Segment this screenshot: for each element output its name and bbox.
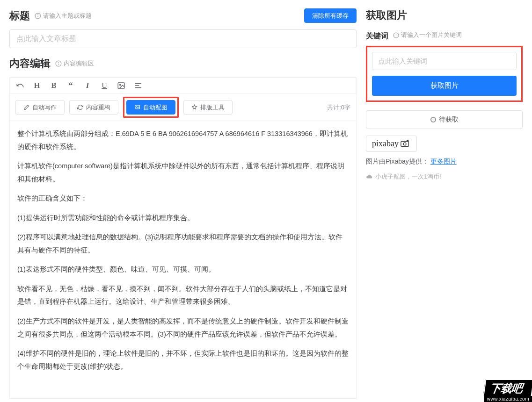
article-title-input[interactable] xyxy=(9,29,357,48)
fetch-image-title: 获取图片 xyxy=(366,8,523,22)
content-editor-hint: 内容编辑区 xyxy=(55,59,94,68)
pencil-icon xyxy=(23,104,29,110)
auto-image-button[interactable]: 自动配图 xyxy=(126,100,175,115)
editor-paragraph: (1)表达形式不同的硬件类型、颜色、味道、可见、可摸、可闻。 xyxy=(17,263,349,276)
auto-write-button[interactable]: 自动写作 xyxy=(15,100,65,115)
title-section-header: 标题 请输入主题或标题 清除所有缓存 xyxy=(9,8,357,23)
editor-paragraph: (2)程序可以满意地处理信息的数据结构。(3)说明程序功能要求和程序需要的文档的… xyxy=(17,231,349,257)
keyword-label: 关键词 xyxy=(366,31,388,41)
pending-button[interactable]: 待获取 xyxy=(366,110,523,129)
align-icon[interactable] xyxy=(134,81,142,90)
bold-icon[interactable]: B xyxy=(50,81,58,90)
underline-icon[interactable]: U xyxy=(100,81,109,90)
title-label: 标题 xyxy=(9,9,30,23)
circle-icon xyxy=(430,117,436,122)
sidebar: 获取图片 关键词 请输入一个图片关键词 获取图片 待获取 pixabay 图片由… xyxy=(366,0,532,402)
action-toolbar: 自动写作 内容重构 自动配图 排版工具 共计:0字 xyxy=(10,94,356,121)
info-icon xyxy=(35,13,41,19)
italic-icon[interactable]: I xyxy=(83,81,92,90)
content-editor-label: 内容编辑 xyxy=(9,57,51,71)
svg-point-2 xyxy=(38,14,38,15)
quote-icon[interactable]: “ xyxy=(66,81,75,90)
editor-box: H B “ I U 自动写作 内容重构 xyxy=(9,77,357,399)
editor-paragraph: 计算机软件(computer software)是指计算机系统中除硬件以外的所有… xyxy=(17,160,349,186)
editor-paragraph: 软件看不见，无色，枯燥，看不见，摸不到，闻不到。软件大部分存在于人们的头脑或纸上… xyxy=(17,283,349,309)
svg-rect-17 xyxy=(407,141,408,142)
camera-icon xyxy=(401,140,411,147)
editor-paragraph: (1)提供运行时所需功能和性能的命令或计算机程序集合。 xyxy=(17,212,349,225)
clear-cache-button[interactable]: 清除所有缓存 xyxy=(304,8,357,23)
editor-content[interactable]: 整个计算机系统由两部分组成：E.69DA 5 E 6 BA 9062616964… xyxy=(10,121,356,398)
svg-point-5 xyxy=(58,62,59,63)
svg-point-7 xyxy=(120,84,121,85)
pixabay-logo: pixabay xyxy=(366,136,417,152)
refresh-icon xyxy=(77,104,83,110)
auto-image-highlight: 自动配图 xyxy=(123,97,179,118)
title-hint: 请输入主题或标题 xyxy=(35,12,92,20)
cloud-icon xyxy=(366,173,372,180)
svg-point-16 xyxy=(403,143,406,145)
main-column: 标题 请输入主题或标题 清除所有缓存 内容编辑 内容编辑区 H B “ xyxy=(0,0,366,402)
undo-icon[interactable] xyxy=(16,81,24,90)
keyword-hint: 请输入一个图片关键词 xyxy=(393,31,462,39)
layout-tool-button[interactable]: 排版工具 xyxy=(183,100,233,115)
svg-point-14 xyxy=(396,34,396,35)
info-icon xyxy=(393,32,399,38)
keyword-input[interactable] xyxy=(372,52,517,70)
svg-rect-15 xyxy=(401,141,409,146)
fetch-image-button[interactable]: 获取图片 xyxy=(372,76,517,96)
editor-paragraph: 软件的正确含义如下： xyxy=(17,192,349,205)
format-toolbar: H B “ I U xyxy=(10,77,356,94)
footer-note: 小虎子配图，一次1淘币! xyxy=(366,172,523,181)
layout-icon xyxy=(191,104,197,110)
editor-paragraph: 整个计算机系统由两部分组成：E.69DA 5 E 6 BA 9062616964… xyxy=(17,128,349,153)
editor-paragraph: (2)生产方式不同的软件是开发，是人类智能的高发挥，而不是传统意义上的硬件制造。… xyxy=(17,315,349,341)
keyword-highlight-box: 获取图片 xyxy=(366,46,523,102)
image-icon[interactable] xyxy=(117,81,125,90)
word-count: 共计:0字 xyxy=(327,103,350,112)
image-credit: 图片由Pixabay提供： 更多图片 xyxy=(366,158,523,166)
heading-icon[interactable]: H xyxy=(33,81,41,90)
content-rebuild-button[interactable]: 内容重构 xyxy=(69,100,118,115)
image-match-icon xyxy=(134,104,140,110)
editor-paragraph: (4)维护不同的硬件是旧的，理论上软件是旧的，并不坏，但实际上软件也是旧的和坏的… xyxy=(17,347,349,373)
info-icon xyxy=(55,60,62,67)
more-images-link[interactable]: 更多图片 xyxy=(430,158,457,165)
